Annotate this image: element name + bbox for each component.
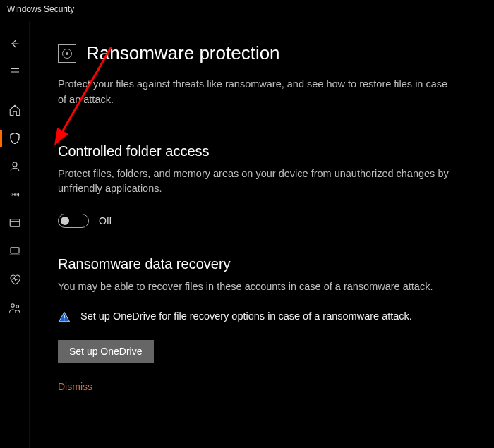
window-title: Windows Security xyxy=(0,0,494,21)
shield-icon xyxy=(8,132,21,145)
setup-onedrive-button[interactable]: Set up OneDrive xyxy=(58,340,154,363)
sidebar xyxy=(0,21,30,448)
recovery-alert-text: Set up OneDrive for file recovery option… xyxy=(80,309,412,325)
sidebar-item-account[interactable] xyxy=(0,152,30,181)
cfa-toggle[interactable] xyxy=(58,214,89,228)
arrow-left-icon xyxy=(8,37,21,50)
warning-icon xyxy=(58,310,71,323)
sidebar-item-firewall[interactable] xyxy=(0,181,30,209)
svg-point-1 xyxy=(13,194,15,195)
ransomware-icon xyxy=(58,44,76,63)
svg-point-5 xyxy=(16,305,18,308)
svg-rect-2 xyxy=(10,219,20,227)
section-controlled-folder-access: Controlled folder access Protect files, … xyxy=(58,143,466,229)
sidebar-item-device-security[interactable] xyxy=(0,237,30,265)
home-icon xyxy=(8,104,21,116)
svg-rect-3 xyxy=(11,248,19,253)
hamburger-icon xyxy=(8,66,21,78)
main-content: Ransomware protection Protect your files… xyxy=(30,21,494,448)
recovery-description: You may be able to recover files in thes… xyxy=(58,279,453,295)
sidebar-item-app-control[interactable] xyxy=(0,209,30,237)
sidebar-item-virus-protection[interactable] xyxy=(0,124,30,152)
page-title: Ransomware protection xyxy=(86,42,280,64)
sidebar-item-family[interactable] xyxy=(0,293,30,322)
dismiss-link[interactable]: Dismiss xyxy=(58,381,466,392)
person-icon xyxy=(8,160,21,173)
svg-rect-6 xyxy=(64,315,65,319)
sidebar-item-home[interactable] xyxy=(0,96,30,124)
section-data-recovery: Ransomware data recovery You may be able… xyxy=(58,256,466,392)
page-description: Protect your files against threats like … xyxy=(58,77,453,108)
toggle-knob xyxy=(61,217,69,225)
svg-point-4 xyxy=(11,304,14,308)
sidebar-item-device-health[interactable] xyxy=(0,265,30,293)
cfa-description: Protect files, folders, and memory areas… xyxy=(58,167,453,198)
svg-rect-7 xyxy=(64,320,65,321)
cfa-toggle-label: Off xyxy=(99,215,112,226)
window-icon xyxy=(8,217,21,229)
broadcast-icon xyxy=(8,188,21,201)
recovery-heading: Ransomware data recovery xyxy=(58,256,466,272)
family-icon xyxy=(8,301,21,314)
cfa-heading: Controlled folder access xyxy=(58,143,466,159)
heart-icon xyxy=(8,273,21,286)
menu-button[interactable] xyxy=(0,58,30,86)
laptop-icon xyxy=(8,245,21,258)
back-button[interactable] xyxy=(0,30,30,58)
svg-point-0 xyxy=(13,162,17,167)
